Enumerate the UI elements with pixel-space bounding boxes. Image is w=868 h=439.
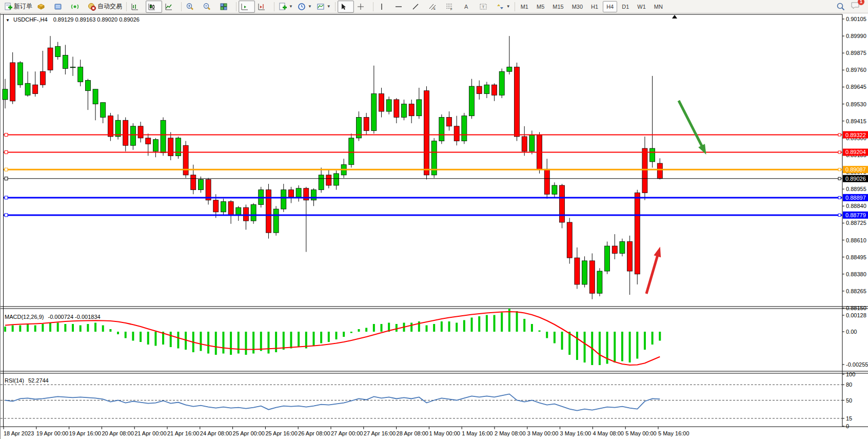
tile-windows-icon bbox=[220, 3, 228, 11]
svg-text:25 Apr 00:00: 25 Apr 00:00 bbox=[233, 430, 265, 436]
chevron-down-icon: ▼ bbox=[308, 4, 312, 9]
quotes-button[interactable] bbox=[35, 1, 51, 13]
arrows-button[interactable]: ▼ bbox=[494, 1, 512, 13]
chart-shift-button[interactable] bbox=[255, 1, 272, 13]
autoscroll-icon bbox=[241, 3, 249, 11]
svg-text:0.89760: 0.89760 bbox=[846, 67, 866, 73]
autoscroll-button[interactable] bbox=[239, 1, 255, 13]
timeframe-button-d1[interactable]: D1 bbox=[618, 1, 633, 12]
zoom-in-button[interactable] bbox=[184, 1, 200, 13]
svg-text:0.88725: 0.88725 bbox=[846, 220, 866, 226]
crosshair-icon bbox=[357, 3, 365, 11]
crosshair-button[interactable] bbox=[354, 1, 371, 13]
hline-left-anchor bbox=[5, 214, 8, 217]
line-chart-icon bbox=[165, 3, 173, 11]
chat-button[interactable]: 1 bbox=[851, 1, 861, 12]
separator bbox=[274, 2, 274, 11]
hline-right-anchor bbox=[838, 133, 841, 136]
zoom-out-button[interactable] bbox=[201, 1, 217, 13]
timeframe-button-m1[interactable]: M1 bbox=[517, 1, 532, 12]
trendline-button[interactable] bbox=[409, 1, 426, 13]
toolbar: 新订单 自动交易 ▼ ▼ bbox=[0, 0, 868, 13]
signals-button[interactable] bbox=[69, 1, 85, 13]
arrow-annotation-down[interactable] bbox=[679, 101, 706, 155]
zoom-out-icon bbox=[203, 3, 211, 11]
svg-text:19 Apr 16:00: 19 Apr 16:00 bbox=[69, 430, 101, 436]
svg-text:0.89645: 0.89645 bbox=[846, 84, 866, 90]
equidistant-channel-icon: E bbox=[428, 3, 437, 11]
market-watch-button[interactable] bbox=[52, 1, 68, 13]
svg-text:0.88779: 0.88779 bbox=[845, 212, 866, 218]
timeframe-button-m15[interactable]: M15 bbox=[549, 1, 567, 12]
macd-pane: 0.001280.00-0.002559 bbox=[5, 309, 868, 368]
arrow-annotation-up[interactable] bbox=[646, 246, 661, 294]
periods-button[interactable]: ▼ bbox=[295, 1, 314, 13]
svg-text:0.88150: 0.88150 bbox=[846, 305, 866, 311]
svg-text:0.89204: 0.89204 bbox=[845, 149, 866, 155]
svg-text:26 Apr 08:00: 26 Apr 08:00 bbox=[298, 430, 330, 436]
timeframe-button-h1[interactable]: H1 bbox=[587, 1, 602, 12]
equidistant-channel-button[interactable]: E bbox=[426, 1, 443, 13]
svg-text:0.89415: 0.89415 bbox=[846, 118, 866, 124]
svg-text:80: 80 bbox=[846, 381, 852, 388]
separator bbox=[126, 2, 127, 11]
chart-shift-marker[interactable] bbox=[672, 15, 677, 18]
vertical-line-button[interactable] bbox=[376, 1, 392, 13]
chart-title-row: ▼ USDCHF-,H4 0.89129 0.89163 0.89020 0.8… bbox=[6, 16, 140, 23]
svg-text:24 Apr 08:00: 24 Apr 08:00 bbox=[200, 430, 232, 436]
hline-right-anchor bbox=[838, 196, 841, 199]
hline-left-anchor bbox=[5, 133, 8, 137]
search-icon[interactable] bbox=[836, 2, 845, 11]
timeframe-button-mn[interactable]: MN bbox=[650, 1, 666, 12]
cursor-button[interactable] bbox=[338, 1, 354, 13]
timeframe-button-h4[interactable]: H4 bbox=[603, 1, 617, 12]
timeframe-button-w1[interactable]: W1 bbox=[634, 1, 649, 12]
text-button[interactable]: A bbox=[460, 1, 477, 13]
price-chart-canvas[interactable]: 0.901050.899900.898750.897600.896450.895… bbox=[1, 13, 868, 439]
svg-text:A: A bbox=[464, 4, 468, 10]
candlestick-chart-button[interactable] bbox=[146, 1, 162, 13]
hline-right-anchor bbox=[838, 168, 841, 171]
horizontal-line-icon bbox=[394, 3, 403, 11]
svg-text:20 Apr 08:00: 20 Apr 08:00 bbox=[102, 430, 133, 436]
svg-text:0.00: 0.00 bbox=[846, 329, 857, 335]
candlestick-chart-icon bbox=[148, 3, 156, 11]
arrows-icon bbox=[496, 3, 504, 11]
timeframe-button-m30[interactable]: M30 bbox=[568, 1, 586, 12]
separator bbox=[181, 2, 182, 11]
rsi-line bbox=[5, 394, 660, 410]
timeframe-button-m5[interactable]: M5 bbox=[533, 1, 548, 12]
svg-text:0.88610: 0.88610 bbox=[846, 237, 866, 243]
bar-chart-icon bbox=[131, 3, 139, 11]
rsi-value: 52.2744 bbox=[28, 377, 49, 384]
bar-chart-button[interactable] bbox=[129, 1, 145, 13]
svg-text:-0.002559: -0.002559 bbox=[846, 361, 868, 368]
svg-text:0.89087: 0.89087 bbox=[845, 166, 866, 173]
hline-left-anchor bbox=[5, 150, 8, 154]
tile-windows-button[interactable] bbox=[218, 1, 234, 13]
new-order-button[interactable]: 新订单 bbox=[2, 1, 34, 13]
svg-text:3 May 00:00: 3 May 00:00 bbox=[527, 430, 559, 436]
macd-values: -0.000724 -0.001834 bbox=[48, 314, 100, 320]
svg-text:0.89990: 0.89990 bbox=[846, 33, 866, 39]
autotrade-button[interactable]: 自动交易 bbox=[86, 1, 124, 13]
svg-text:3 May 16:00: 3 May 16:00 bbox=[560, 430, 591, 436]
new-chart-button[interactable]: ▼ bbox=[277, 1, 295, 13]
svg-text:0.88897: 0.88897 bbox=[845, 195, 866, 201]
signals-icon bbox=[71, 3, 79, 11]
svg-text:1 May 16:00: 1 May 16:00 bbox=[462, 430, 493, 436]
svg-text:0.89322: 0.89322 bbox=[845, 132, 866, 138]
fibonacci-button[interactable]: F bbox=[443, 1, 460, 13]
svg-text:0.88265: 0.88265 bbox=[846, 288, 866, 294]
macd-label: MACD(12,26,9) bbox=[5, 314, 44, 320]
line-chart-button[interactable] bbox=[163, 1, 179, 13]
window-menu-icon[interactable]: ▼ bbox=[6, 18, 10, 23]
svg-text:0.90105: 0.90105 bbox=[846, 16, 866, 22]
indicators-button[interactable]: ▼ bbox=[314, 1, 333, 13]
clock-icon bbox=[298, 3, 306, 11]
svg-text:0.89875: 0.89875 bbox=[846, 50, 866, 56]
text-label-icon: T bbox=[479, 3, 487, 11]
text-label-button[interactable]: T bbox=[477, 1, 494, 13]
autotrade-icon bbox=[88, 3, 96, 11]
horizontal-line-button[interactable] bbox=[392, 1, 409, 13]
